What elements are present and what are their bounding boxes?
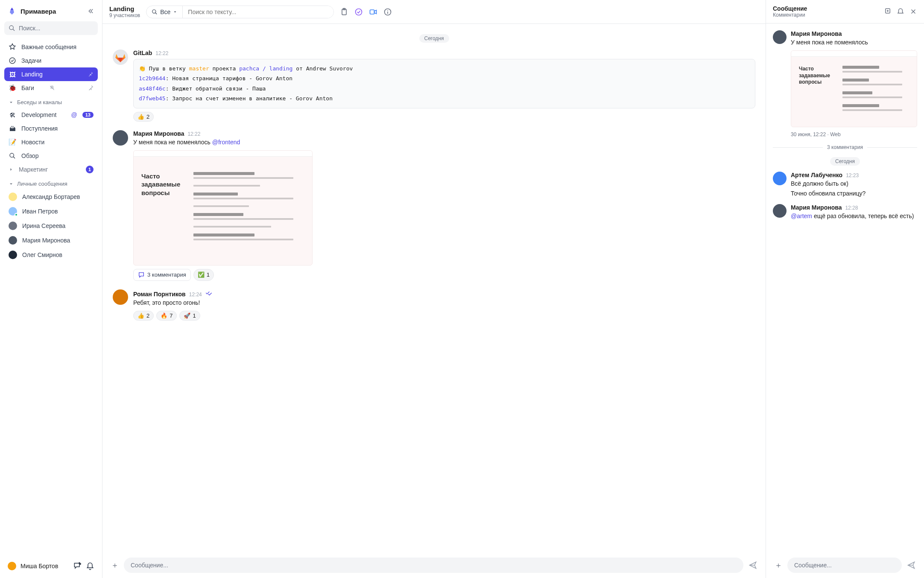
clipboard-icon[interactable] [340,8,348,16]
channel-emoji: 🏔 [9,125,16,132]
composer: ＋ Сообщение... [102,552,766,578]
channel-news[interactable]: 📝 Новости [4,135,98,149]
reaction[interactable]: 👍2 [133,112,154,122]
channel-subtitle[interactable]: 9 участников [109,12,140,18]
task-check-icon[interactable] [354,8,363,16]
channel-development[interactable]: 🛠 Development @ 13 [4,108,98,122]
add-bookmark-icon[interactable] [884,8,892,15]
video-icon[interactable] [369,8,377,16]
thread-meta: 30 июня, 12:22 · Web [791,131,917,137]
dm-item[interactable]: Ирина Сереева [4,219,98,233]
current-user-name[interactable]: Миша Бортов [20,563,69,569]
send-icon[interactable] [749,561,757,569]
message-author[interactable]: Артем Лабученко [791,172,842,178]
thread-comments-count: 3 комментария [827,144,863,150]
channel-income[interactable]: 🏔 Поступления [4,122,98,135]
message-time: 12:23 [846,172,859,178]
channel-title[interactable]: Landing [109,5,140,12]
bell-icon[interactable] [897,8,904,15]
gitlab-icon [114,51,126,63]
message-gitlab: GitLab 12:22 👏 Пуш в ветку master проект… [113,50,755,122]
attach-button[interactable]: ＋ [775,560,782,570]
commit-hash[interactable]: d7fweb45 [139,95,166,102]
section-channels-header[interactable]: Беседы и каналы [4,95,98,108]
reaction[interactable]: 👍2 [133,311,154,321]
message-author[interactable]: Мария Миронова [133,130,184,137]
user-avatar[interactable] [113,289,128,305]
svg-line-1 [13,29,15,31]
chevron-down-icon [9,100,14,105]
message-author[interactable]: Мария Миронова [791,30,842,37]
reaction[interactable]: 🚀1 [179,311,200,321]
mention[interactable]: @artem [791,213,812,219]
gitlab-avatar[interactable] [113,50,128,65]
bell-icon[interactable] [86,562,94,570]
image-attachment[interactable]: Часто задаваемые вопросы [133,150,313,266]
user-avatar[interactable] [773,30,787,44]
sidebar-search[interactable]: Поиск... [4,21,98,35]
message-author[interactable]: Мария Миронова [791,204,842,211]
user-avatar[interactable] [113,130,128,146]
send-icon[interactable] [907,561,915,569]
current-user-avatar[interactable] [8,562,16,570]
thread-subtitle: Комментарии [773,12,884,18]
section-dm-header[interactable]: Личные сообщения [4,176,98,190]
message-time: 12:22 [155,50,168,56]
git-project-link[interactable]: pachca / landing [239,65,292,72]
user-avatar[interactable] [773,204,787,218]
user-avatar [9,222,17,230]
unread-badge: 13 [82,112,94,118]
svg-point-2 [9,58,15,64]
gitlab-push-block: 👏 Пуш в ветку master проекта pachca / la… [133,59,755,108]
commit-hash[interactable]: as48f46c [139,85,166,92]
svg-line-5 [13,157,15,158]
nav-important[interactable]: Важные сообщения [4,40,98,54]
dm-item[interactable]: Иван Петров [4,204,98,219]
user-avatar[interactable] [773,172,787,185]
channel-emoji: 🛠 [9,111,16,119]
close-icon[interactable] [909,8,917,15]
mention[interactable]: @frontend [212,139,240,146]
user-avatar [9,236,17,245]
comments-icon [138,271,145,278]
search-input[interactable] [183,6,333,18]
mention-icon: @ [71,111,77,118]
info-icon[interactable] [383,8,392,16]
thread-original-message: Мария Миронова У меня пока не поменялось… [773,30,917,137]
image-attachment[interactable]: Часто задаваемые вопросы [791,50,917,127]
channel-bugs[interactable]: 🐞 Баги [4,81,98,95]
git-branch[interactable]: master [189,65,209,72]
pin-outline-icon[interactable] [88,85,94,91]
commit-hash[interactable]: 1c2b9644 [139,75,166,82]
message-input[interactable]: Сообщение... [124,558,743,573]
new-message-icon[interactable] [73,562,82,570]
reaction[interactable]: 🔥7 [156,311,177,321]
search-filter[interactable]: Все [146,6,183,18]
search-icon [152,9,158,15]
dm-item[interactable]: Мария Миронова [4,233,98,248]
reaction[interactable]: ✅1 [193,269,214,281]
comments-button[interactable]: 3 комментария [133,269,191,281]
chevron-down-icon [173,10,177,14]
channel-emoji: 🐞 [9,84,16,92]
message-author[interactable]: Роман Порнтиков [133,291,186,298]
message-time: 12:28 [845,205,858,211]
main-search: Все [146,6,334,18]
workspace-name[interactable]: Примавера [20,8,82,15]
app-logo [8,7,16,15]
dm-item[interactable]: Олег Смирнов [4,248,98,262]
channel-overview[interactable]: Обзор [4,149,98,163]
collapse-sidebar-icon[interactable] [87,7,94,15]
message-author[interactable]: GitLab [133,50,152,56]
thread-comment: Артем Лабученко12:23 Всё должно быть ок)… [773,172,917,198]
section-marketing[interactable]: Маркетинг 1 [4,163,98,176]
dm-item[interactable]: Александр Бортарев [4,190,98,204]
read-receipt-icon [205,289,212,296]
attach-button[interactable]: ＋ [111,560,119,570]
thread-message-input[interactable]: Сообщение... [787,558,902,573]
svg-rect-11 [370,10,374,14]
nav-tasks[interactable]: Задачи [4,54,98,67]
channel-landing[interactable]: 🖼 Landing [4,67,98,81]
search-icon [9,152,16,160]
messages-scroll[interactable]: Сегодня GitLab 12:22 👏 Пуш в ветку maste… [102,24,766,552]
